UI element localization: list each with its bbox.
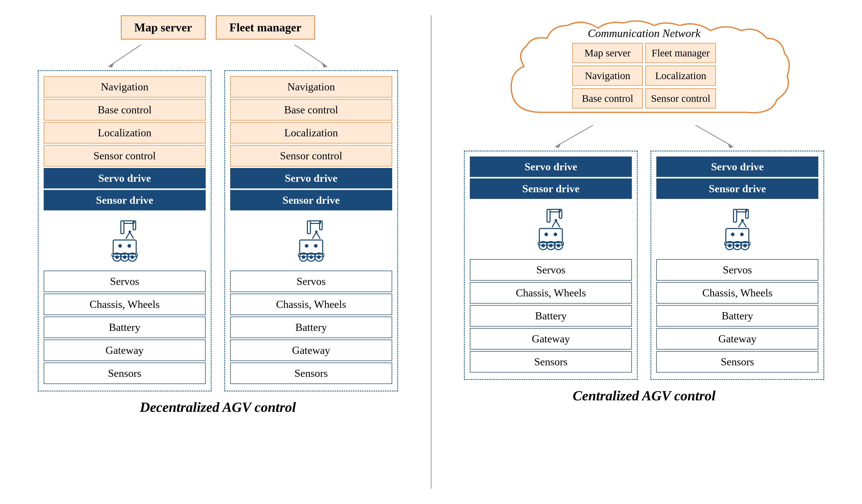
local-1: Localization [44,122,206,144]
gateway-1: Gateway [44,340,206,361]
sensors-1: Sensors [44,362,206,384]
chassis-2: Chassis, Wheels [230,294,392,315]
robot-area-2 [230,212,392,271]
sensors-2: Sensors [230,362,392,384]
svg-point-30 [317,255,321,259]
cloud-title: Communication Network [572,27,716,40]
servo-drive-1: Servo drive [44,168,206,188]
centralized-side: Communication Network Map server Fleet m… [431,15,842,489]
svg-point-42 [554,233,557,236]
svg-rect-22 [300,240,323,254]
svg-point-23 [305,244,308,248]
gateway-4: Gateway [656,328,818,349]
svg-line-2 [295,45,325,65]
servos-2: Servos [230,271,392,292]
svg-point-21 [315,230,317,233]
sensor-drive-2: Sensor drive [230,190,392,210]
svg-point-24 [314,244,317,248]
svg-point-58 [728,244,731,248]
robot-icon-4 [712,204,763,255]
svg-rect-54 [726,228,749,242]
svg-point-14 [123,255,127,259]
svg-marker-35 [727,143,733,148]
sensor-drive-1: Sensor drive [44,190,206,210]
robot-icon-1 [99,216,150,267]
svg-point-16 [131,255,134,259]
servos-4: Servos [656,259,818,281]
servers-row-left: Map server Fleet manager [121,15,315,40]
robot-icon-2 [286,216,337,267]
servos-3: Servos [470,259,632,281]
nav-2: Navigation [230,76,392,97]
left-label: Decentralized AGV control [140,399,296,415]
svg-point-46 [549,244,553,248]
svg-point-12 [115,255,119,259]
right-label: Centralized AGV control [573,388,716,404]
agv-panels-right: Servo drive Sensor drive [447,151,842,380]
cloud-map-server: Map server [572,43,643,63]
svg-rect-40 [539,228,562,242]
svg-point-9 [118,244,122,248]
sensor-drive-3: Sensor drive [470,178,632,199]
cloud-container: Communication Network Map server Fleet m… [491,15,797,122]
arrows-left [21,45,415,70]
battery-2: Battery [230,317,392,338]
svg-point-26 [302,255,305,259]
svg-marker-33 [554,143,561,148]
servo-drive-2: Servo drive [230,168,392,188]
agv-panel-left-1: Navigation Base control Localization Sen… [38,70,211,392]
battery-4: Battery [656,305,818,327]
svg-point-41 [545,233,548,236]
svg-point-10 [128,244,131,248]
svg-point-39 [554,219,557,222]
svg-point-28 [309,255,313,259]
agv-panel-right-2: Servo drive Sensor drive [651,151,824,380]
servos-1: Servos [44,271,206,292]
svg-marker-1 [108,63,115,68]
battery-1: Battery [44,317,206,338]
chassis-3: Chassis, Wheels [470,282,632,304]
sensor-ctrl-1: Sensor control [44,145,206,167]
local-2: Localization [230,122,392,144]
map-server-left: Map server [121,15,206,40]
cloud-sensor-control: Sensor control [645,88,716,108]
robot-icon-3 [525,204,576,255]
arrow-svg-left [21,45,415,70]
sensors-3: Sensors [470,351,632,372]
cloud-navigation: Navigation [572,66,643,86]
svg-rect-8 [113,240,136,254]
svg-point-56 [740,233,744,236]
fleet-manager-left: Fleet manager [216,15,315,40]
main-container: Map server Fleet manager Navigation Base… [0,0,862,504]
servo-drive-4: Servo drive [656,157,818,177]
arrows-right [447,125,842,151]
cloud-base-control: Base control [572,88,643,108]
chassis-4: Chassis, Wheels [656,282,818,304]
chassis-1: Chassis, Wheels [44,294,206,315]
svg-line-32 [557,125,593,146]
gateway-2: Gateway [230,340,392,361]
svg-marker-3 [322,63,328,68]
sensor-ctrl-2: Sensor control [230,145,392,167]
svg-point-55 [731,233,734,236]
agv-panels-left: Navigation Base control Localization Sen… [21,70,415,392]
agv-panel-left-2: Navigation Base control Localization Sen… [224,70,398,392]
robot-area-4 [656,200,818,259]
servo-drive-3: Servo drive [470,157,632,177]
cloud-grid: Map server Fleet manager Navigation Loca… [572,43,716,108]
nav-1: Navigation [44,76,206,97]
base-ctrl-2: Base control [230,99,392,120]
svg-point-48 [557,244,560,248]
cloud-fleet-manager: Fleet manager [645,43,716,63]
robot-area-1 [44,212,206,271]
cloud-content: Communication Network Map server Fleet m… [557,19,731,119]
svg-point-60 [735,244,739,248]
svg-point-7 [129,230,131,233]
svg-line-34 [695,125,731,146]
svg-point-62 [743,244,747,248]
decentralized-side: Map server Fleet manager Navigation Base… [21,15,431,489]
sensors-4: Sensors [656,351,818,372]
arrow-svg-right [447,125,842,151]
robot-area-3 [470,200,632,259]
base-ctrl-1: Base control [44,99,206,120]
